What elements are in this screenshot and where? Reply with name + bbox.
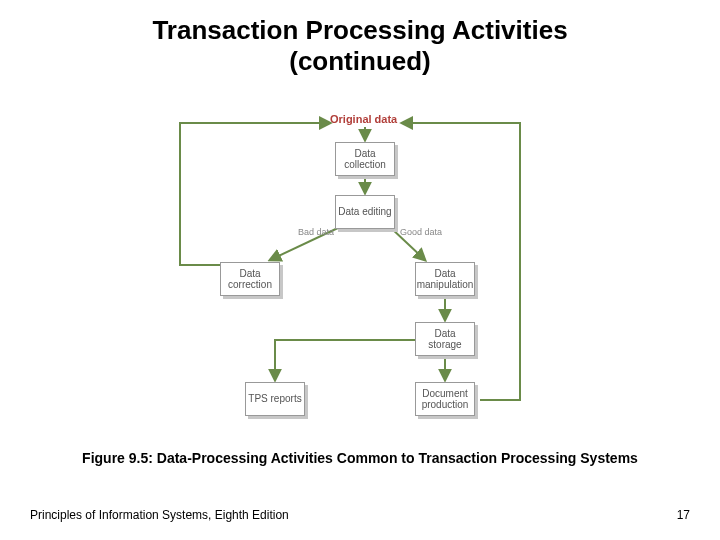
box-document-production: Document production [415, 382, 475, 416]
box-data-collection: Data collection [335, 142, 395, 176]
title-line-2: (continued) [289, 46, 431, 76]
box-data-storage: Data storage [415, 322, 475, 356]
label-bad-data: Bad data [298, 227, 334, 237]
flow-diagram: Original data Data collection Data editi… [160, 115, 560, 445]
box-tps-reports: TPS reports [245, 382, 305, 416]
figure-caption: Figure 9.5: Data-Processing Activities C… [60, 450, 660, 466]
label-good-data: Good data [400, 227, 442, 237]
original-data-label: Original data [330, 113, 397, 125]
box-data-manipulation: Data manipulation [415, 262, 475, 296]
box-data-correction: Data correction [220, 262, 280, 296]
page-number: 17 [677, 508, 690, 522]
title-line-1: Transaction Processing Activities [152, 15, 567, 45]
box-data-editing: Data editing [335, 195, 395, 229]
footer-source: Principles of Information Systems, Eight… [30, 508, 289, 522]
slide-title: Transaction Processing Activities (conti… [40, 15, 680, 77]
